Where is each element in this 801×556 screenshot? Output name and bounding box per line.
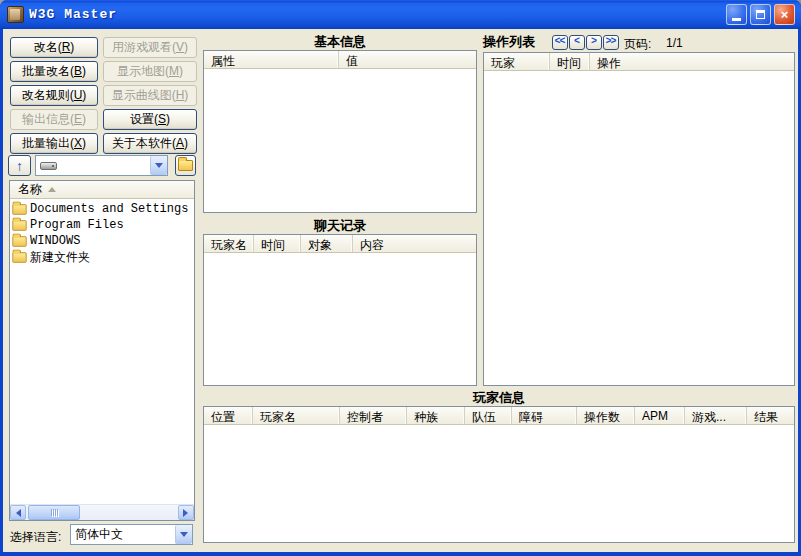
scrollbar-thumb[interactable] <box>28 505 80 520</box>
folder-icon <box>12 252 26 262</box>
output-info-button: 输出信息(E) <box>10 109 98 130</box>
close-icon: × <box>781 8 789 21</box>
chat-title: 聊天记录 <box>203 217 477 235</box>
column-header-content[interactable]: 内容 <box>353 235 476 252</box>
file-list-item[interactable]: 新建文件夹 <box>10 249 194 265</box>
browse-folder-button[interactable] <box>175 155 196 176</box>
column-header-result[interactable]: 结果 <box>747 407 794 424</box>
client-area: 改名(R) 用游戏观看(V) 批量改名(B) 显示地图(M) 改名规则(U) 显… <box>3 29 798 552</box>
column-header-action-count[interactable]: 操作数 <box>577 407 635 424</box>
chevron-down-icon <box>180 532 188 541</box>
batch-output-button[interactable]: 批量输出(X) <box>10 133 98 154</box>
column-header-apm[interactable]: APM <box>635 407 685 424</box>
minimize-button[interactable] <box>726 4 747 25</box>
column-header-player-name[interactable]: 玩家名 <box>253 407 340 424</box>
first-page-button[interactable]: << <box>552 35 568 50</box>
folder-icon <box>12 236 26 246</box>
drive-combo-dropdown-button[interactable] <box>150 156 167 175</box>
folder-icon <box>12 220 26 230</box>
actions-table-header: 玩家 时间 操作 <box>484 53 794 71</box>
scroll-left-button[interactable] <box>10 505 26 520</box>
actions-title: 操作列表 <box>483 33 535 51</box>
about-button[interactable]: 关于本软件(A) <box>103 133 197 154</box>
basic-info-table-header: 属性 值 <box>204 51 476 69</box>
file-list-header[interactable]: 名称 <box>10 181 194 199</box>
column-header-property[interactable]: 属性 <box>204 51 339 68</box>
column-header-action[interactable]: 操作 <box>590 53 794 70</box>
show-chart-button: 显示曲线图(H) <box>103 85 197 106</box>
rename-button[interactable]: 改名(R) <box>10 37 98 58</box>
language-value: 简体中文 <box>71 526 123 543</box>
column-header-race[interactable]: 种族 <box>407 407 465 424</box>
column-header-position[interactable]: 位置 <box>204 407 253 424</box>
settings-button[interactable]: 设置(S) <box>103 109 197 130</box>
rename-rules-button[interactable]: 改名规则(U) <box>10 85 98 106</box>
basic-info-table-body <box>204 69 476 212</box>
chevron-left-icon <box>12 509 21 517</box>
players-title: 玩家信息 <box>203 389 795 407</box>
column-header-game[interactable]: 游戏... <box>685 407 747 424</box>
page-number-value: 1/1 <box>666 36 683 50</box>
titlebar[interactable]: W3G Master × <box>0 0 801 29</box>
file-list-body: Documents and Settings Program Files WIN… <box>10 199 194 504</box>
chat-table-body <box>204 253 476 385</box>
chevron-right-icon <box>183 509 192 517</box>
players-table-header: 位置 玩家名 控制者 种族 队伍 障碍 操作数 APM 游戏... 结果 <box>204 407 794 425</box>
column-header-target[interactable]: 对象 <box>301 235 353 252</box>
up-directory-button[interactable]: ↑ <box>8 155 31 176</box>
actions-table-body <box>484 71 794 385</box>
chat-table-header: 玩家名 时间 对象 内容 <box>204 235 476 253</box>
minimize-icon <box>732 18 741 21</box>
sort-ascending-icon <box>48 183 56 192</box>
name-column-header: 名称 <box>18 181 42 198</box>
page-number-label: 页码: <box>624 36 651 53</box>
scrollbar-track[interactable] <box>26 505 178 520</box>
maximize-button[interactable] <box>750 4 771 25</box>
app-icon <box>7 6 24 23</box>
folder-icon <box>12 204 26 214</box>
chat-table: 玩家名 时间 对象 内容 <box>203 234 477 386</box>
file-list-item[interactable]: Program Files <box>10 217 194 233</box>
basic-info-title: 基本信息 <box>203 33 477 51</box>
file-list: 名称 Documents and Settings Program Files … <box>9 180 195 521</box>
window-controls: × <box>726 4 795 25</box>
scroll-right-button[interactable] <box>178 505 194 520</box>
left-button-panel: 改名(R) 用游戏观看(V) 批量改名(B) 显示地图(M) 改名规则(U) 显… <box>10 37 197 154</box>
column-header-player-name[interactable]: 玩家名 <box>204 235 254 252</box>
close-button[interactable]: × <box>774 4 795 25</box>
actions-table: 玩家 时间 操作 <box>483 52 795 386</box>
language-combo-dropdown-button[interactable] <box>175 525 192 544</box>
open-folder-icon <box>178 160 193 171</box>
hard-drive-icon <box>40 162 57 170</box>
up-directory-icon: ↑ <box>16 159 23 173</box>
watch-in-game-button: 用游戏观看(V) <box>103 37 197 58</box>
column-header-value[interactable]: 值 <box>339 51 476 68</box>
drive-select-combo[interactable] <box>35 155 168 176</box>
next-page-button[interactable]: > <box>586 35 602 50</box>
players-table-body <box>204 425 794 542</box>
column-header-time[interactable]: 时间 <box>550 53 590 70</box>
file-list-item[interactable]: WINDOWS <box>10 233 194 249</box>
maximize-icon <box>756 10 765 19</box>
language-combo[interactable]: 简体中文 <box>70 524 193 545</box>
players-table: 位置 玩家名 控制者 种族 队伍 障碍 操作数 APM 游戏... 结果 <box>203 406 795 543</box>
chevron-down-icon <box>155 163 163 172</box>
previous-page-button[interactable]: < <box>569 35 585 50</box>
column-header-time[interactable]: 时间 <box>254 235 301 252</box>
basic-info-table: 属性 值 <box>203 50 477 213</box>
window-title: W3G Master <box>29 7 117 22</box>
actions-pager: << < > >> <box>552 35 619 50</box>
app-window: W3G Master × 改名(R) 用游戏观看(V) 批量改名(B) 显示地图… <box>0 0 801 556</box>
column-header-team[interactable]: 队伍 <box>465 407 512 424</box>
column-header-handicap[interactable]: 障碍 <box>512 407 577 424</box>
column-header-controller[interactable]: 控制者 <box>340 407 407 424</box>
batch-rename-button[interactable]: 批量改名(B) <box>10 61 98 82</box>
last-page-button[interactable]: >> <box>603 35 619 50</box>
file-list-item[interactable]: Documents and Settings <box>10 201 194 217</box>
show-map-button: 显示地图(M) <box>103 61 197 82</box>
column-header-player[interactable]: 玩家 <box>484 53 550 70</box>
language-label: 选择语言: <box>10 529 61 546</box>
horizontal-scrollbar[interactable] <box>10 504 194 520</box>
